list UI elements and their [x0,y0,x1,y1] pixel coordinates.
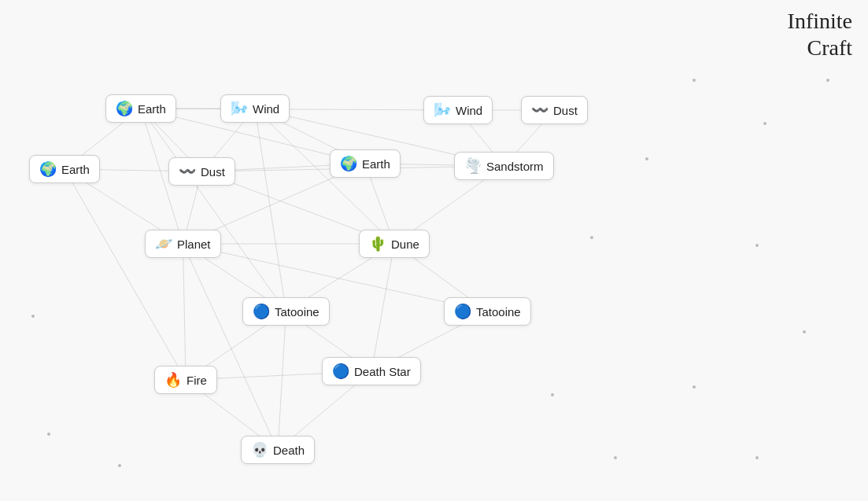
node-label-tatooine1: Tatooine [275,305,319,319]
node-tatooine1[interactable]: 🔵Tatooine [242,297,330,326]
background-dot [763,122,766,125]
node-dune[interactable]: 🌵Dune [359,230,430,258]
node-label-dust2: Dust [553,104,578,117]
node-icon-sandstorm: 🌪️ [464,157,482,175]
brand-line2: Craft [788,35,852,61]
node-planet[interactable]: 🪐Planet [145,230,221,258]
node-wind1[interactable]: 🌬️Wind [220,94,290,123]
node-icon-planet: 🪐 [155,235,172,252]
node-label-planet: Planet [177,238,211,251]
node-earth3[interactable]: 🌍Earth [330,149,401,178]
node-icon-death: 💀 [251,441,268,459]
node-earth1[interactable]: 🌍Earth [105,94,176,123]
node-label-sandstorm: Sandstorm [486,160,544,173]
node-icon-tatooine2: 🔵 [454,303,471,320]
background-dot [693,385,696,389]
node-icon-tatooine1: 🔵 [253,303,270,320]
background-dot [31,315,35,318]
node-sandstorm[interactable]: 🌪️Sandstorm [454,152,554,180]
brand-line1: Infinite [788,8,852,35]
node-label-earth2: Earth [61,163,90,176]
brand: Infinite Craft [788,8,852,61]
node-label-tatooine2: Tatooine [476,305,521,319]
node-icon-earth1: 🌍 [116,100,133,117]
background-dot [118,464,121,467]
node-icon-earth2: 🌍 [39,160,57,178]
node-icon-wind2: 🌬️ [434,101,451,119]
node-label-dust1: Dust [201,165,225,179]
background-dot [755,456,759,459]
background-dot [551,393,554,396]
node-label-death: Death [273,444,305,457]
node-earth2[interactable]: 🌍Earth [29,155,100,183]
node-icon-earth3: 🌍 [340,155,357,172]
node-label-dune: Dune [391,238,419,251]
node-wind2[interactable]: 🌬️Wind [423,96,493,124]
node-fire[interactable]: 🔥Fire [154,366,217,394]
node-label-wind1: Wind [253,102,279,116]
background-dot [645,157,648,160]
background-dot [693,79,696,82]
background-dot [47,433,50,436]
node-icon-deathstar: 🔵 [332,363,349,380]
node-label-deathstar: Death Star [354,365,411,378]
node-label-earth1: Earth [138,102,166,116]
node-tatooine2[interactable]: 🔵Tatooine [444,297,531,326]
background-dot [590,236,593,239]
node-icon-dune: 🌵 [369,235,386,252]
node-dust1[interactable]: 〰️Dust [168,157,235,186]
node-label-wind2: Wind [456,104,482,117]
node-icon-dust2: 〰️ [531,101,549,119]
node-death[interactable]: 💀Death [241,436,315,464]
node-label-fire: Fire [187,374,207,387]
node-deathstar[interactable]: 🔵Death Star [322,357,421,385]
background-dot [826,79,829,82]
background-dot [614,456,617,459]
node-icon-dust1: 〰️ [179,163,196,180]
node-label-earth3: Earth [362,157,390,171]
node-icon-wind1: 🌬️ [231,100,248,117]
background-dot [755,244,759,247]
node-dust2[interactable]: 〰️Dust [521,96,588,124]
background-dot [803,330,806,333]
node-icon-fire: 🔥 [164,371,182,389]
